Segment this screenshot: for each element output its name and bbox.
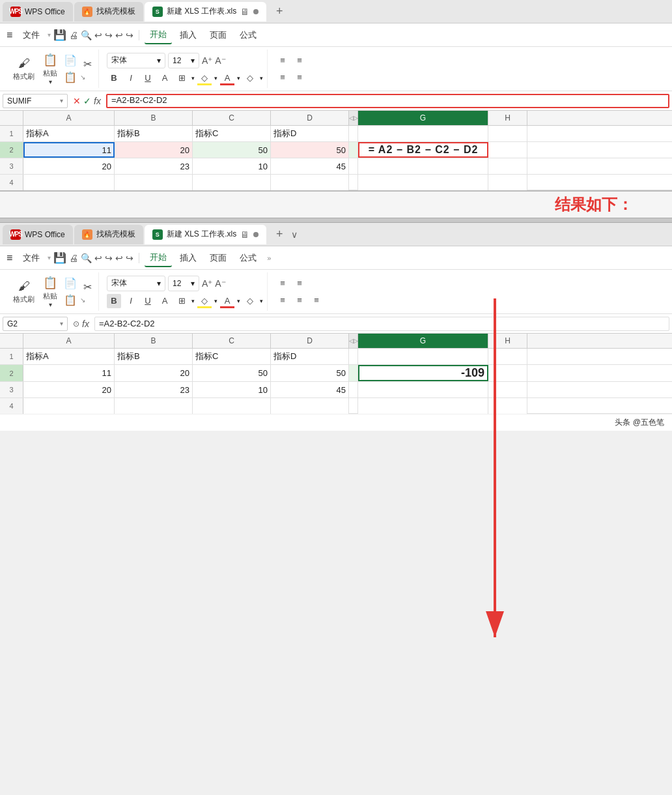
- top-cell-c2[interactable]: 50: [193, 142, 271, 158]
- align-left-top[interactable]: ≡: [275, 53, 290, 68]
- toolbar-icon-redo2-top[interactable]: ↪: [126, 30, 133, 40]
- tab-wps-bottom[interactable]: WPS WPS Office: [3, 225, 73, 244]
- border-arrow-top[interactable]: ▾: [191, 75, 195, 81]
- bottom-cell-b4[interactable]: [115, 398, 193, 414]
- menu-start-bottom[interactable]: 开始: [145, 249, 172, 267]
- toolbar-icon-print-top[interactable]: 🖨: [69, 30, 78, 40]
- bottom-cell-d1[interactable]: 指标D: [271, 349, 349, 364]
- bottom-name-box[interactable]: G2 ▾: [3, 317, 68, 331]
- bottom-cell-b1[interactable]: 指标B: [115, 349, 193, 364]
- top-cell-b3[interactable]: 23: [115, 158, 193, 174]
- add-tab-button-top[interactable]: +: [270, 3, 288, 21]
- toolbar-icon-print-bottom[interactable]: 🖨: [69, 253, 78, 263]
- italic-btn-top[interactable]: I: [124, 71, 138, 85]
- top-cell-d4[interactable]: [271, 175, 349, 190]
- top-cell-d1[interactable]: 指标D: [271, 126, 349, 141]
- top-col-a[interactable]: A: [23, 111, 115, 125]
- bottom-col-d[interactable]: D: [271, 334, 349, 348]
- align-top-right-bottom[interactable]: ≡: [292, 276, 307, 291]
- bottom-col-b[interactable]: B: [115, 334, 193, 348]
- top-name-box[interactable]: SUMIF ▾: [3, 94, 68, 108]
- top-cell-d3[interactable]: 45: [271, 158, 349, 174]
- menu-insert-bottom[interactable]: 插入: [175, 250, 202, 267]
- top-cell-a1[interactable]: 指标A: [23, 126, 115, 141]
- align-center-top[interactable]: ≡: [275, 70, 290, 85]
- bottom-col-c[interactable]: C: [193, 334, 271, 348]
- align-bottom-left-bottom[interactable]: ≡: [275, 293, 290, 308]
- format-painter-btn-top[interactable]: 🖌 格式刷: [10, 55, 37, 83]
- align-bottom-right-bottom[interactable]: ≡: [292, 293, 307, 308]
- name-box-dropdown-top[interactable]: ▾: [60, 97, 63, 104]
- menu-page-bottom[interactable]: 页面: [204, 250, 232, 267]
- border-btn-top[interactable]: ⊞: [175, 71, 189, 85]
- bold-btn-top[interactable]: B: [107, 71, 121, 85]
- underline-btn-top[interactable]: U: [141, 71, 155, 85]
- top-cell-d2[interactable]: 50: [271, 142, 349, 158]
- top-cell-g2[interactable]: = A2 − B2 − C2 − D2: [358, 142, 488, 158]
- bottom-cell-b2[interactable]: 20: [115, 365, 193, 381]
- bottom-cell-h1[interactable]: [488, 349, 527, 364]
- top-cell-h3[interactable]: [488, 158, 527, 174]
- top-cell-h4[interactable]: [488, 175, 527, 190]
- bottom-col-collapse[interactable]: ◁▷: [349, 334, 358, 348]
- font-shrink-icon-top[interactable]: A⁻: [215, 55, 225, 66]
- confirm-formula-icon-top[interactable]: ✓: [83, 96, 91, 106]
- bottom-col-h[interactable]: H: [488, 334, 527, 348]
- top-col-b[interactable]: B: [115, 111, 193, 125]
- bottom-cell-c2[interactable]: 50: [193, 365, 271, 381]
- fill-color-btn-top[interactable]: ◇: [197, 71, 212, 85]
- top-cell-h2[interactable]: [488, 142, 527, 158]
- top-col-c[interactable]: C: [193, 111, 271, 125]
- font-color-arrow-top[interactable]: ▾: [237, 75, 240, 81]
- font-grow-icon-top[interactable]: A⁺: [202, 55, 212, 66]
- menu-formula-bottom[interactable]: 公式: [234, 250, 262, 267]
- bottom-cell-c4[interactable]: [193, 398, 271, 414]
- top-cell-c4[interactable]: [193, 175, 271, 190]
- bottom-col-a[interactable]: A: [23, 334, 115, 348]
- toolbar-icon-find-bottom[interactable]: 🔍: [81, 253, 92, 263]
- toolbar-icon-save-bottom[interactable]: 💾: [53, 252, 66, 264]
- top-cell-g3[interactable]: [358, 158, 488, 174]
- menu-insert-top[interactable]: 插入: [175, 27, 202, 44]
- menu-file-bottom[interactable]: 文件: [18, 250, 45, 267]
- font-selector-bottom[interactable]: 宋体 ▾: [107, 276, 165, 291]
- cut-btn-top[interactable]: ✂: [80, 57, 94, 71]
- font-size-selector-bottom[interactable]: 12 ▾: [168, 276, 199, 291]
- font-selector-top[interactable]: 宋体 ▾: [107, 53, 165, 68]
- paste-btn-bottom[interactable]: 📋 粘贴 ▾: [40, 274, 61, 310]
- bottom-cell-d3[interactable]: 45: [271, 382, 349, 398]
- erase-arrow-bottom[interactable]: ▾: [260, 298, 263, 304]
- formula-input-top[interactable]: =A2-B2-C2-D2: [106, 94, 669, 108]
- bottom-cell-g2[interactable]: -109: [358, 365, 488, 381]
- tab-more-icon[interactable]: ∨: [291, 229, 298, 240]
- align-top-left-bottom[interactable]: ≡: [275, 276, 290, 291]
- erase-btn-bottom[interactable]: ◇: [243, 294, 257, 308]
- zoom-icon-bottom[interactable]: ⊙: [73, 319, 79, 328]
- bottom-cell-a1[interactable]: 指标A: [23, 349, 115, 364]
- bottom-cell-d4[interactable]: [271, 398, 349, 414]
- bottom-cell-a3[interactable]: 20: [23, 382, 115, 398]
- fill-color-btn-bottom[interactable]: ◇: [197, 294, 212, 308]
- top-cell-c1[interactable]: 指标C: [193, 126, 271, 141]
- top-col-g[interactable]: G: [358, 111, 488, 125]
- bottom-cell-g3[interactable]: [358, 382, 488, 398]
- cut-btn-bottom[interactable]: ✂: [80, 280, 94, 294]
- toolbar-icon-redo2-bottom[interactable]: ↪: [126, 253, 133, 263]
- bottom-cell-a2[interactable]: 11: [23, 365, 115, 381]
- fill-arrow-top[interactable]: ▾: [214, 75, 217, 81]
- toolbar-icon-undo2-bottom[interactable]: ↩: [115, 253, 123, 263]
- tab-zhaogao-bottom[interactable]: 🔥 找稿壳模板: [74, 225, 143, 244]
- bottom-cell-h3[interactable]: [488, 382, 527, 398]
- strikethrough-btn-bottom[interactable]: A: [158, 294, 172, 308]
- bottom-cell-c1[interactable]: 指标C: [193, 349, 271, 364]
- name-box-dropdown-bottom[interactable]: ▾: [60, 320, 63, 327]
- menu-start-top[interactable]: 开始: [145, 26, 172, 44]
- align-bottom-center-bottom[interactable]: ≡: [309, 293, 324, 308]
- toolbar-icon-undo2-top[interactable]: ↩: [115, 30, 123, 40]
- italic-btn-bottom[interactable]: I: [124, 294, 138, 308]
- menu-file-top[interactable]: 文件: [18, 27, 45, 44]
- top-cell-b1[interactable]: 指标B: [115, 126, 193, 141]
- paste-btn-top[interactable]: 📋 粘贴 ▾: [40, 51, 61, 87]
- top-cell-g1[interactable]: [358, 126, 488, 141]
- top-cell-c3[interactable]: 10: [193, 158, 271, 174]
